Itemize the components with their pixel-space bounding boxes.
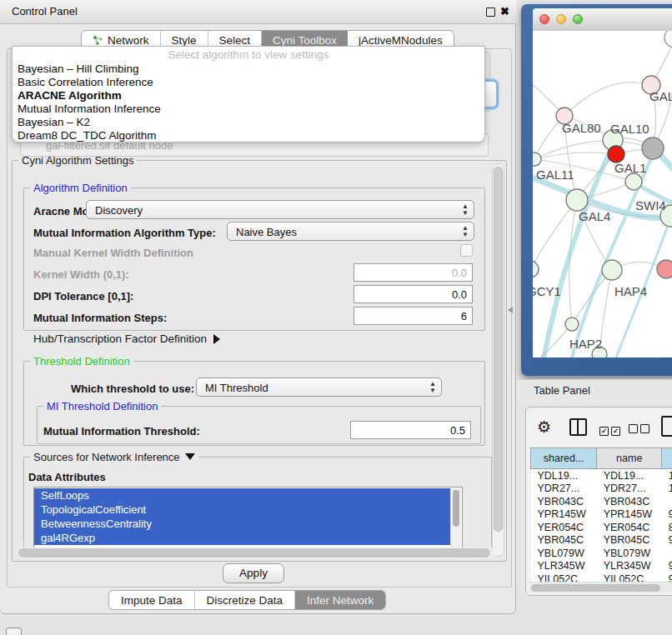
spinner-arrows-icon: ▲▼ <box>462 225 469 238</box>
network-canvas[interactable]: GAL GAL80 GAL10 GAL11 GAL1 GAL4 SWI4 GCY… <box>533 31 672 358</box>
mi-threshold-title: MI Threshold Definition <box>43 400 161 412</box>
panel-splitter-collapse-icon[interactable] <box>508 307 513 313</box>
which-threshold-label: Which threshold to use: <box>71 382 194 395</box>
column-header-shared[interactable]: shared... <box>531 448 597 469</box>
sources-title[interactable]: Sources for Network Inference <box>30 451 198 463</box>
table-toolbar: ⚙ ✓✓ <box>526 408 672 447</box>
cyni-bottom-tabs: Impute Data Discretize Data Infer Networ… <box>108 590 386 610</box>
tab-impute-data[interactable]: Impute Data <box>109 591 195 609</box>
settings-scrollbar-thumb[interactable] <box>494 167 503 532</box>
node-label: GAL <box>649 89 672 103</box>
data-attributes-label: Data Attributes <box>28 471 106 483</box>
deselect-all-checkboxes-icon[interactable] <box>629 422 652 437</box>
algorithm-option[interactable]: Bayesian – Hill Climbing <box>18 62 476 76</box>
algorithm-option-selected[interactable]: ARACNE Algorithm <box>18 89 476 102</box>
dpi-tolerance-field[interactable]: 0.0 <box>354 285 473 303</box>
mi-threshold-value: 0.5 <box>450 424 465 437</box>
mi-type-value: Naive Bayes <box>236 226 297 238</box>
list-item[interactable]: SelfLoops <box>34 488 459 502</box>
node-label: GCY1 <box>533 284 561 298</box>
control-panel-titlebar: Control Panel ✖ <box>0 0 516 24</box>
column-header-partial[interactable] <box>662 448 672 469</box>
table-panel-title: Table Panel <box>534 384 590 397</box>
apply-button[interactable]: Apply <box>223 563 284 583</box>
chevron-right-icon <box>213 334 220 344</box>
table-row[interactable]: YBR045CYBR045C9. <box>531 534 672 548</box>
algorithm-option[interactable]: Bayesian – K2 <box>18 116 476 129</box>
node-gal4[interactable] <box>566 189 588 211</box>
hub-definition-header[interactable]: Hub/Transcription Factor Definition <box>33 332 220 345</box>
document-icon[interactable] <box>661 416 672 437</box>
mi-steps-field[interactable]: 6 <box>354 307 473 325</box>
node-table: shared... name YDL19...YDL19...13 YDR27.… <box>530 448 672 586</box>
table-row[interactable]: YPR145WYPR145W9. <box>531 508 672 522</box>
tab-network-label: Network <box>108 34 149 47</box>
float-window-icon[interactable] <box>486 8 495 17</box>
threshold-definition-title: Threshold Definition <box>30 355 133 368</box>
list-scrollbar[interactable] <box>450 488 461 548</box>
kernel-width-field[interactable]: 0.0 <box>354 263 473 282</box>
table-row[interactable]: YBL079WYBL079W <box>531 547 672 560</box>
table-row[interactable]: YDR27...YDR27...12 <box>531 482 672 496</box>
table-panel: ⚙ ✓✓ shared... name YDL19...YDL19...13 Y… <box>525 407 672 596</box>
network-icon <box>93 35 103 46</box>
node-gal11[interactable] <box>533 152 541 166</box>
node-label: GAL1 <box>614 161 646 175</box>
network-view-window[interactable]: GAL GAL80 GAL10 GAL11 GAL1 GAL4 SWI4 GCY… <box>521 4 672 376</box>
node-red[interactable] <box>608 146 624 162</box>
columns-icon[interactable] <box>569 418 587 436</box>
aracne-mode-value: Discovery <box>95 204 143 217</box>
data-attributes-list[interactable]: SelfLoops TopologicalCoefficient Between… <box>33 487 463 549</box>
node-gcy1[interactable] <box>533 261 539 278</box>
algorithm-option[interactable]: Basic Correlation Inference <box>18 76 476 89</box>
close-icon[interactable]: ✖ <box>500 5 509 18</box>
minimize-traffic-light-icon[interactable] <box>556 14 566 24</box>
close-traffic-light-icon[interactable] <box>539 14 549 24</box>
table-row[interactable]: YBR043CYBR043C <box>531 495 672 508</box>
algorithm-definition-title: Algorithm Definition <box>30 182 131 194</box>
mi-threshold-label: Mutual Information Threshold: <box>43 425 200 438</box>
node-label: SWI4 <box>635 198 666 212</box>
gear-icon[interactable]: ⚙ <box>537 418 551 437</box>
mi-threshold-field[interactable]: 0.5 <box>350 421 471 439</box>
tab-discretize-data[interactable]: Discretize Data <box>195 591 296 609</box>
list-item[interactable]: TopologicalCoefficient <box>34 502 459 517</box>
table-hscrollbar-track[interactable] <box>529 582 672 592</box>
node-gal1[interactable] <box>625 173 642 190</box>
node-label: GAL10 <box>610 122 649 136</box>
network-window-titlebar[interactable] <box>533 8 672 32</box>
network-view-inner: GAL GAL80 GAL10 GAL11 GAL1 GAL4 SWI4 GCY… <box>533 8 672 358</box>
algorithm-option[interactable]: Mutual Information Inference <box>18 102 476 116</box>
zoom-traffic-light-icon[interactable] <box>573 14 583 24</box>
dpi-tolerance-value: 0.0 <box>452 288 467 301</box>
scrollbar-thumb[interactable] <box>453 490 459 527</box>
control-panel-window: Control Panel ✖ Network Style Select Cyn… <box>0 0 516 614</box>
manual-kernel-label: Manual Kernel Width Definition <box>33 247 193 259</box>
select-all-checkboxes-icon[interactable]: ✓✓ <box>599 422 623 437</box>
node-unlabeled[interactable] <box>664 31 672 48</box>
tab-infer-network[interactable]: Infer Network <box>295 591 385 609</box>
node-hap4[interactable] <box>602 260 622 280</box>
which-threshold-combobox[interactable]: MI Threshold ▲▼ <box>196 378 442 397</box>
chevron-down-icon <box>185 453 195 460</box>
node-hap2[interactable] <box>565 318 579 331</box>
table-row[interactable]: YER054CYER054C8. <box>531 521 672 534</box>
list-item[interactable]: gal4RGexp <box>34 531 459 545</box>
table-row[interactable]: YDL19...YDL19...13 <box>531 469 672 482</box>
node-label: GAL4 <box>579 209 610 223</box>
window-title: Control Panel <box>12 0 78 23</box>
node-gray[interactable] <box>642 138 664 159</box>
manual-kernel-checkbox[interactable] <box>460 244 473 257</box>
mi-type-combobox[interactable]: Naive Bayes ▲▼ <box>227 222 474 241</box>
mi-type-label: Mutual Information Algorithm Type: <box>33 227 216 239</box>
aracne-mode-combobox[interactable]: Discovery ▲▼ <box>86 200 474 219</box>
table-hscrollbar-thumb[interactable] <box>531 584 660 592</box>
column-header-name[interactable]: name <box>597 448 662 469</box>
table-row[interactable]: YLR345WYLR345W9. <box>531 560 672 573</box>
node-label: GAL80 <box>562 121 601 135</box>
list-item[interactable]: BetweennessCentrality <box>34 517 459 531</box>
restore-panel-icon[interactable] <box>6 628 22 635</box>
node-salmon[interactable] <box>657 260 672 278</box>
algorithm-option[interactable]: Dream8 DC_TDC Algorithm <box>18 129 476 142</box>
settings-hscrollbar-thumb[interactable] <box>18 548 490 558</box>
